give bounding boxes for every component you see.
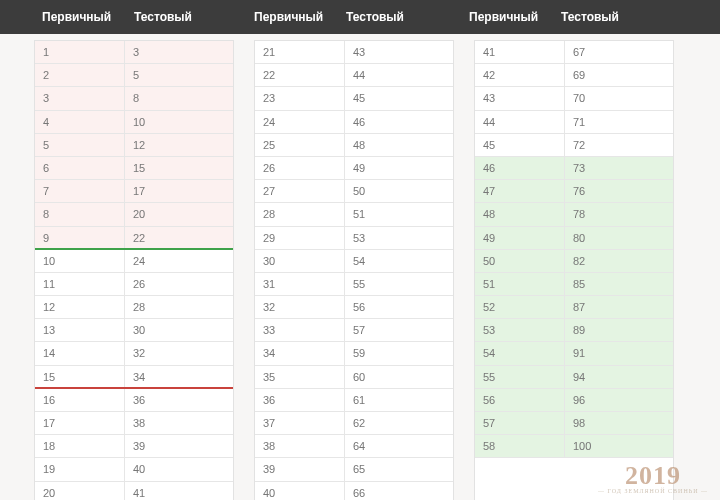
- test-cell: 34: [125, 366, 233, 387]
- test-cell: 32: [125, 342, 233, 364]
- watermark-year: 2019: [598, 461, 708, 491]
- table-row: 1940: [35, 458, 233, 481]
- test-cell: 50: [345, 180, 453, 202]
- table-row: 2446: [255, 111, 453, 134]
- table-row: 38: [35, 87, 233, 110]
- primary-cell: 5: [35, 134, 125, 156]
- primary-cell: 39: [255, 458, 345, 480]
- test-cell: 91: [565, 342, 673, 364]
- test-cell: 49: [345, 157, 453, 179]
- test-cell: 82: [565, 250, 673, 272]
- test-cell: 60: [345, 366, 453, 388]
- table-row: 410: [35, 111, 233, 134]
- test-cell: 5: [125, 64, 233, 86]
- table-row: 512: [35, 134, 233, 157]
- table-row: 1636: [35, 389, 233, 412]
- header-group-2: Первичный Тестовый: [254, 10, 469, 24]
- test-cell: 72: [565, 134, 673, 156]
- table-row: 615: [35, 157, 233, 180]
- table-row: 3762: [255, 412, 453, 435]
- primary-cell: 54: [475, 342, 565, 364]
- header-group-3: Первичный Тестовый: [469, 10, 619, 24]
- watermark-subtitle: — ГОД ЗЕМЛЯНОЙ СВИНЬИ —: [598, 488, 708, 494]
- test-cell: 70: [565, 87, 673, 109]
- test-cell: 53: [345, 227, 453, 249]
- primary-cell: 53: [475, 319, 565, 341]
- primary-cell: 4: [35, 111, 125, 133]
- primary-cell: 22: [255, 64, 345, 86]
- score-table-1: 1325384105126157178209221024112612281330…: [34, 40, 234, 500]
- table-row: 4269: [475, 64, 673, 87]
- primary-cell: 51: [475, 273, 565, 295]
- test-cell: 89: [565, 319, 673, 341]
- table-row: 3459: [255, 342, 453, 365]
- test-cell: 85: [565, 273, 673, 295]
- primary-cell: 45: [475, 134, 565, 156]
- table-row: 922: [35, 227, 233, 250]
- table-row: 3054: [255, 250, 453, 273]
- test-cell: 44: [345, 64, 453, 86]
- table-row: 4167: [475, 41, 673, 64]
- primary-cell: 24: [255, 111, 345, 133]
- primary-cell: 46: [475, 157, 565, 179]
- table-row: 1738: [35, 412, 233, 435]
- score-table-2: 2143224423452446254826492750285129533054…: [254, 40, 454, 500]
- test-cell: 28: [125, 296, 233, 318]
- test-cell: 41: [125, 482, 233, 500]
- primary-cell: 55: [475, 366, 565, 388]
- test-cell: 51: [345, 203, 453, 225]
- test-cell: 69: [565, 64, 673, 86]
- test-cell: 39: [125, 435, 233, 457]
- table-row: 2953: [255, 227, 453, 250]
- primary-cell: 15: [35, 366, 125, 387]
- primary-cell: 43: [475, 87, 565, 109]
- table-row: 2041: [35, 482, 233, 500]
- test-cell: 43: [345, 41, 453, 63]
- primary-cell: 13: [35, 319, 125, 341]
- primary-cell: 44: [475, 111, 565, 133]
- primary-cell: 49: [475, 227, 565, 249]
- test-cell: 96: [565, 389, 673, 411]
- table-row: 2143: [255, 41, 453, 64]
- header-primary-3: Первичный: [469, 10, 561, 24]
- table-row: 2548: [255, 134, 453, 157]
- test-cell: 3: [125, 41, 233, 63]
- primary-cell: 6: [35, 157, 125, 179]
- table-row: 1228: [35, 296, 233, 319]
- primary-cell: 50: [475, 250, 565, 272]
- watermark: 2019 — ГОД ЗЕМЛЯНОЙ СВИНЬИ —: [598, 461, 708, 494]
- test-cell: 56: [345, 296, 453, 318]
- table-row: 2649: [255, 157, 453, 180]
- test-cell: 8: [125, 87, 233, 109]
- table-row: 5491: [475, 342, 673, 365]
- test-cell: 10: [125, 111, 233, 133]
- test-cell: 20: [125, 203, 233, 225]
- test-cell: 67: [565, 41, 673, 63]
- test-cell: 38: [125, 412, 233, 434]
- test-cell: 73: [565, 157, 673, 179]
- table-row: 1839: [35, 435, 233, 458]
- table-row: 3560: [255, 366, 453, 389]
- primary-cell: 23: [255, 87, 345, 109]
- table-row: 25: [35, 64, 233, 87]
- test-cell: 57: [345, 319, 453, 341]
- test-cell: 17: [125, 180, 233, 202]
- table-row: 5185: [475, 273, 673, 296]
- table-row: 2750: [255, 180, 453, 203]
- header-primary-1: Первичный: [42, 10, 134, 24]
- primary-cell: 2: [35, 64, 125, 86]
- table-row: 1432: [35, 342, 233, 365]
- test-cell: 55: [345, 273, 453, 295]
- primary-cell: 31: [255, 273, 345, 295]
- primary-cell: 19: [35, 458, 125, 480]
- table-row: 5389: [475, 319, 673, 342]
- tables-container: 1325384105126157178209221024112612281330…: [0, 34, 720, 500]
- header-test-2: Тестовый: [346, 10, 404, 24]
- test-cell: 61: [345, 389, 453, 411]
- primary-cell: 35: [255, 366, 345, 388]
- table-row: 3864: [255, 435, 453, 458]
- table-row: 717: [35, 180, 233, 203]
- primary-cell: 10: [35, 250, 125, 272]
- primary-cell: 1: [35, 41, 125, 63]
- test-cell: 54: [345, 250, 453, 272]
